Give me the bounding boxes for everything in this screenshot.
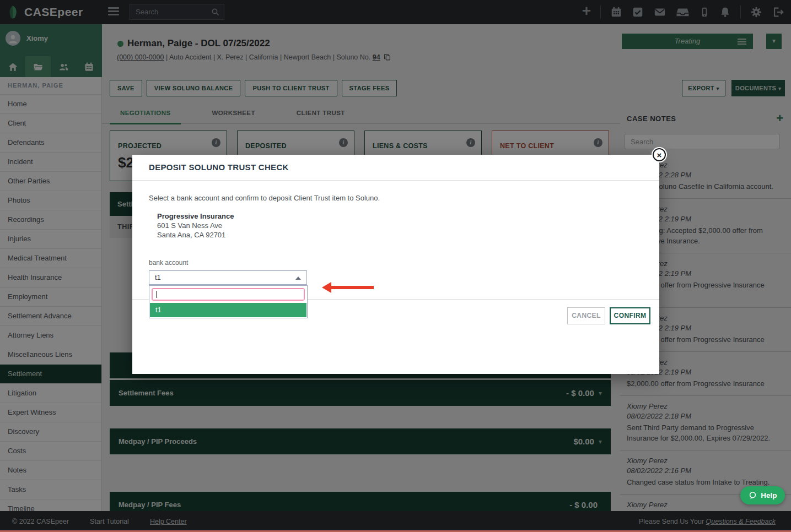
- cancel-button[interactable]: CANCEL: [567, 307, 605, 324]
- bank-account-dropdown: t1: [149, 285, 308, 318]
- bank-account-label: bank account: [149, 259, 188, 267]
- caret-up-icon: [295, 276, 301, 280]
- confirm-button[interactable]: CONFIRM: [610, 307, 650, 324]
- dropdown-search[interactable]: [152, 288, 305, 301]
- annotation-arrow-head: [322, 282, 331, 293]
- deposit-soluno-trust-check-modal: DEPOSIT SOLUNO TRUST CHECK × Select a ba…: [132, 155, 659, 374]
- text-cursor: [156, 291, 157, 298]
- modal-title: DEPOSIT SOLUNO TRUST CHECK: [132, 155, 659, 181]
- payor-address-line2: Santa Ana, CA 92701: [157, 230, 234, 240]
- help-label: Help: [761, 491, 777, 500]
- payor-name: Progressive Insurance: [157, 211, 234, 221]
- modal-instruction: Select a bank account and confirm to dep…: [149, 194, 380, 202]
- payor-address-line1: 601 S Van Ness Ave: [157, 221, 234, 230]
- help-button[interactable]: Help: [740, 486, 785, 504]
- bank-account-selected-value: t1: [155, 273, 161, 281]
- bank-account-option[interactable]: t1: [150, 303, 306, 317]
- dropdown-search-input[interactable]: [153, 289, 304, 300]
- bank-account-select[interactable]: t1: [149, 270, 307, 285]
- close-icon[interactable]: ×: [653, 148, 666, 161]
- chat-bubble-icon: [748, 491, 757, 500]
- annotation-arrow: [331, 286, 374, 289]
